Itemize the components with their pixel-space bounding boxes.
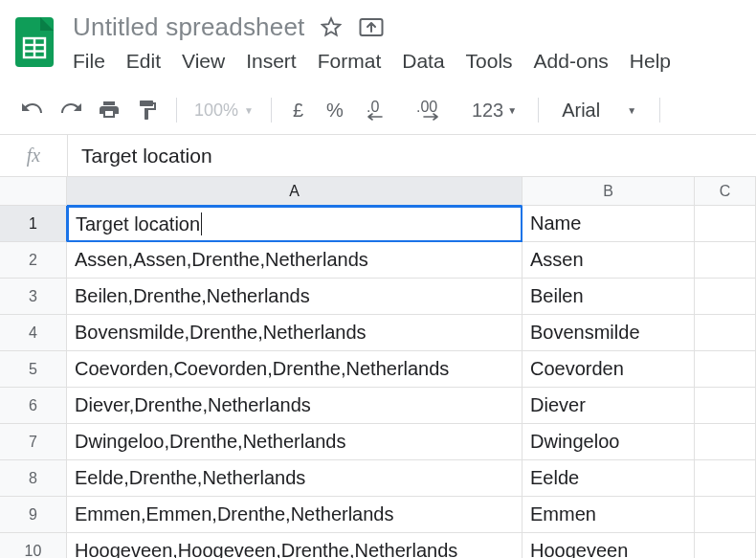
cell-b8[interactable]: Eelde — [523, 460, 695, 497]
redo-button[interactable] — [52, 92, 90, 128]
cell-a6[interactable]: Diever,Drenthe,Netherlands — [67, 388, 523, 424]
cell-a1[interactable]: Target location — [67, 206, 523, 242]
cell-c4[interactable] — [695, 315, 756, 351]
more-formats-dropdown[interactable]: 123 ▼ — [460, 92, 528, 128]
row-header[interactable]: 6 — [0, 388, 67, 424]
toolbar-separator — [659, 98, 660, 123]
toolbar-separator — [176, 98, 177, 123]
chevron-down-icon: ▼ — [627, 105, 636, 116]
row-header[interactable]: 7 — [0, 424, 67, 460]
decrease-decimal-button[interactable]: .0 — [355, 92, 405, 128]
svg-text:.00: .00 — [416, 99, 437, 115]
cell-a10[interactable]: Hoogeveen,Hoogeveen,Drenthe,Netherlands — [67, 533, 523, 558]
row-header[interactable]: 9 — [0, 497, 67, 533]
format-percent-button[interactable]: % — [315, 92, 355, 128]
cell-a5[interactable]: Coevorden,Coevorden,Drenthe,Netherlands — [67, 351, 523, 388]
move-to-drive-icon[interactable] — [358, 13, 385, 40]
toolbar: 100% ▼ £ % .0 .00 123 ▼ Arial ▼ — [0, 86, 756, 134]
col-header-b[interactable]: B — [523, 177, 695, 206]
star-icon[interactable] — [318, 13, 345, 40]
fx-label: fx — [0, 145, 67, 167]
row-header[interactable]: 3 — [0, 279, 67, 315]
cell-b2[interactable]: Assen — [523, 242, 695, 279]
menu-tools[interactable]: Tools — [466, 50, 513, 73]
cell-c2[interactable] — [695, 242, 756, 279]
google-sheets-window: Untitled spreadsheet File Edit View — [0, 0, 756, 558]
cell-a4[interactable]: Bovensmilde,Drenthe,Netherlands — [67, 315, 523, 351]
text-caret — [201, 212, 202, 235]
font-label: Arial — [562, 100, 600, 122]
cell-a7[interactable]: Dwingeloo,Drenthe,Netherlands — [67, 424, 523, 460]
cell-c7[interactable] — [695, 424, 756, 460]
cell-a2[interactable]: Assen,Assen,Drenthe,Netherlands — [67, 242, 523, 279]
menu-help[interactable]: Help — [630, 50, 671, 73]
cell-c10[interactable] — [695, 533, 756, 558]
menu-data[interactable]: Data — [402, 50, 444, 73]
cell-b1[interactable]: Name — [523, 206, 695, 242]
toolbar-separator — [538, 98, 539, 123]
cell-b3[interactable]: Beilen — [523, 279, 695, 315]
menu-format[interactable]: Format — [318, 50, 382, 73]
toolbar-separator — [271, 98, 272, 123]
cell-b4[interactable]: Bovensmilde — [523, 315, 695, 351]
chevron-down-icon: ▼ — [244, 105, 254, 116]
row-header[interactable]: 5 — [0, 351, 67, 388]
paint-format-button[interactable] — [128, 92, 167, 128]
cell-c1[interactable] — [695, 206, 756, 242]
menu-file[interactable]: File — [73, 50, 105, 73]
cell-a3[interactable]: Beilen,Drenthe,Netherlands — [67, 279, 523, 315]
cell-b9[interactable]: Emmen — [523, 497, 695, 533]
formula-bar: fx — [0, 135, 756, 177]
document-title[interactable]: Untitled spreadsheet — [73, 12, 304, 42]
cell-c8[interactable] — [695, 460, 756, 497]
cell-c5[interactable] — [695, 351, 756, 388]
font-family-dropdown[interactable]: Arial ▼ — [548, 100, 650, 122]
cell-c9[interactable] — [695, 497, 756, 533]
menu-bar: File Edit View Insert Format Data Tools … — [73, 44, 671, 73]
row-header[interactable]: 1 — [0, 206, 67, 242]
format-123-label: 123 — [472, 100, 503, 122]
menu-addons[interactable]: Add-ons — [534, 50, 609, 73]
cell-a8[interactable]: Eelde,Drenthe,Netherlands — [67, 460, 523, 497]
row-header[interactable]: 10 — [0, 533, 67, 558]
formula-input[interactable] — [68, 144, 756, 168]
spreadsheet-grid[interactable]: A B C 1 Target location Name 2 Assen,Ass… — [0, 177, 756, 558]
menu-view[interactable]: View — [182, 50, 225, 73]
sheets-logo[interactable] — [13, 15, 56, 69]
col-header-c[interactable]: C — [695, 177, 756, 206]
undo-button[interactable] — [13, 92, 52, 128]
zoom-dropdown[interactable]: 100% ▼ — [187, 100, 261, 121]
col-header-a[interactable]: A — [67, 177, 523, 206]
cell-value: Target location — [76, 213, 200, 235]
zoom-label: 100% — [194, 100, 238, 121]
cell-b7[interactable]: Dwingeloo — [523, 424, 695, 460]
chevron-down-icon: ▼ — [507, 105, 517, 116]
cell-b10[interactable]: Hoogeveen — [523, 533, 695, 558]
row-header[interactable]: 4 — [0, 315, 67, 351]
select-all-corner[interactable] — [0, 177, 67, 206]
row-header[interactable]: 2 — [0, 242, 67, 279]
cell-b6[interactable]: Diever — [523, 388, 695, 424]
title-bar: Untitled spreadsheet File Edit View — [0, 0, 756, 73]
row-header[interactable]: 8 — [0, 460, 67, 497]
menu-insert[interactable]: Insert — [246, 50, 297, 73]
cell-c6[interactable] — [695, 388, 756, 424]
format-currency-button[interactable]: £ — [281, 92, 315, 128]
svg-marker-6 — [322, 18, 340, 34]
increase-decimal-button[interactable]: .00 — [405, 92, 460, 128]
svg-text:.0: .0 — [367, 99, 379, 115]
menu-edit[interactable]: Edit — [126, 50, 161, 73]
cell-b5[interactable]: Coevorden — [523, 351, 695, 388]
print-button[interactable] — [90, 92, 128, 128]
cell-a9[interactable]: Emmen,Emmen,Drenthe,Netherlands — [67, 497, 523, 533]
cell-c3[interactable] — [695, 279, 756, 315]
